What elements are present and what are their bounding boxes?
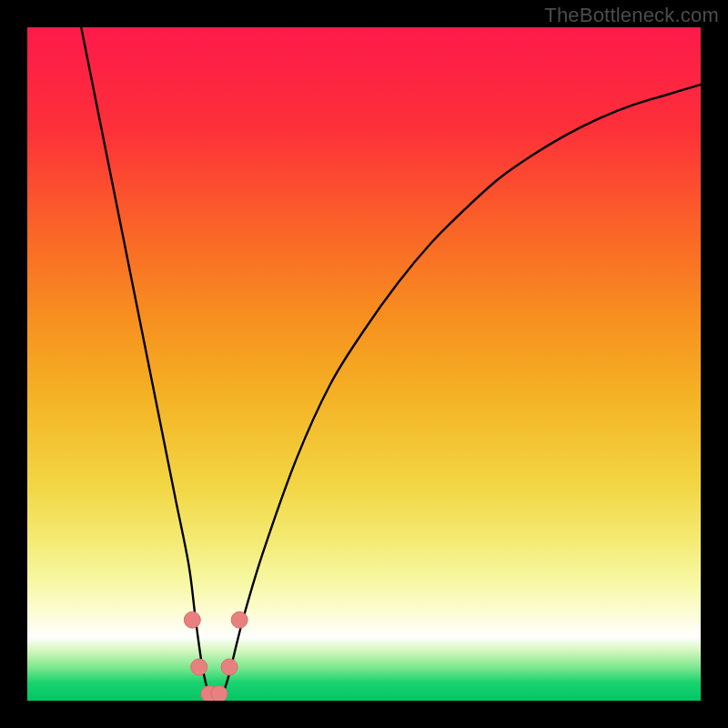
curve-marker-1 [191,659,207,675]
curve-marker-3 [211,686,228,701]
chart-svg [27,27,701,701]
chart-frame: TheBottleneck.com [0,0,728,728]
gradient-background [27,27,701,701]
curve-marker-0 [184,612,200,628]
curve-marker-4 [221,659,238,675]
watermark-text: TheBottleneck.com [544,4,719,27]
plot-area [27,27,701,701]
curve-marker-5 [231,612,248,628]
